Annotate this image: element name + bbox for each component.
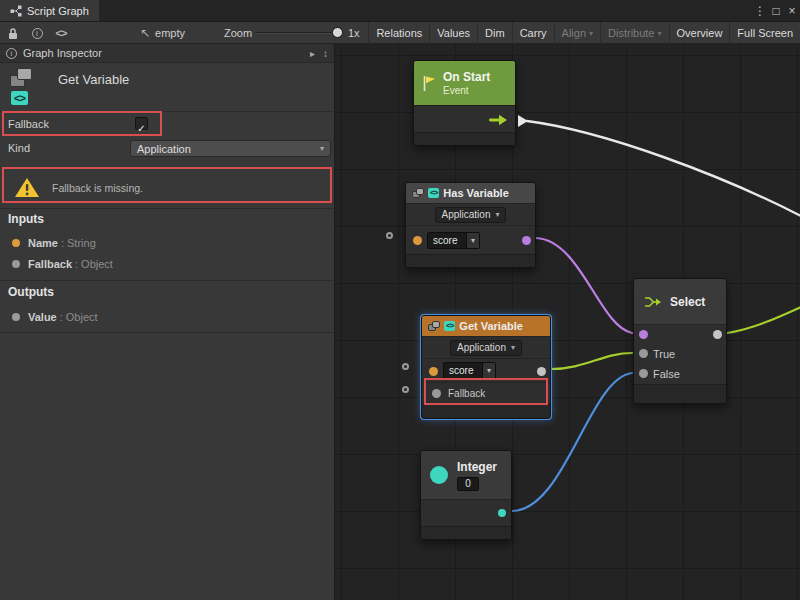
relations-button[interactable]: Relations <box>368 22 429 44</box>
kind-property-label: Kind <box>8 138 30 158</box>
fallback-checkbox[interactable]: ✓ <box>135 117 148 130</box>
chevron-down-icon: ▾ <box>511 343 515 352</box>
wire-select-out <box>727 307 800 333</box>
get-variable-fallback-port[interactable] <box>402 386 409 393</box>
flow-arrow-icon[interactable] <box>488 114 508 126</box>
node-title: Get Variable <box>459 320 523 332</box>
variable-name-field[interactable]: score ▾ <box>427 232 480 249</box>
lock-icon[interactable] <box>2 22 24 44</box>
code-view-icon[interactable]: <> <box>50 22 72 44</box>
warning-box: Fallback is missing. <box>6 171 328 204</box>
code-badge-icon: <> <box>11 91 28 105</box>
node-on-start[interactable]: On Start Event <box>413 60 516 146</box>
align-button[interactable]: Align▾ <box>554 22 600 44</box>
variables-icon <box>412 188 424 199</box>
code-badge-icon: <> <box>444 321 455 331</box>
connection-wires <box>335 44 800 600</box>
node-get-variable[interactable]: <> Get Variable Application ▾ score ▾ F <box>421 315 551 419</box>
zoom-label: Zoom <box>224 22 252 44</box>
kind-dropdown[interactable]: Application ▾ <box>450 340 522 356</box>
close-icon[interactable]: × <box>784 4 800 18</box>
dock-icon[interactable]: ▸ <box>310 48 315 59</box>
check-icon: ✓ <box>137 123 145 134</box>
carry-button[interactable]: Carry <box>512 22 554 44</box>
name-input-port[interactable] <box>429 367 438 376</box>
condition-input-port[interactable] <box>639 330 648 339</box>
select-icon <box>644 295 662 309</box>
graph-toolbar: i <> ↖ empty Zoom 1x Relations Values Di… <box>0 22 800 44</box>
node-select[interactable]: Select True False <box>633 278 727 404</box>
inspector-title: Graph Inspector <box>23 47 102 59</box>
zoom-value: 1x <box>348 22 360 44</box>
port-row-fallback: Fallback:Object <box>0 255 334 273</box>
string-port-icon <box>12 239 20 247</box>
maximize-icon[interactable]: □ <box>768 4 784 18</box>
false-port-label: False <box>653 364 680 384</box>
code-badge-icon: <> <box>428 188 439 198</box>
kind-property-row: Kind Application ▾ <box>0 138 334 158</box>
divider <box>0 280 334 281</box>
node-title: On Start <box>443 70 490 84</box>
unit-title: Get Variable <box>58 72 129 87</box>
unit-header: <> Get Variable <box>0 63 334 112</box>
pointer-arrow-icon: ↖ <box>140 26 150 40</box>
outputs-section-title: Outputs <box>8 285 54 299</box>
object-port-icon <box>12 260 20 268</box>
menu-icon[interactable]: ⋮ <box>752 4 768 18</box>
warning-icon <box>14 176 40 199</box>
window-tabbar: Script Graph ⋮ □ × <box>0 0 800 22</box>
true-input-port[interactable] <box>639 349 648 358</box>
wire-onstart-out <box>527 121 800 216</box>
distribute-button[interactable]: Distribute▾ <box>600 22 668 44</box>
name-input-port[interactable] <box>413 236 422 245</box>
fullscreen-button[interactable]: Full Screen <box>729 22 800 44</box>
port-row-name: Name:String <box>0 234 334 252</box>
flow-output-port[interactable] <box>518 115 528 127</box>
selection-output-port[interactable] <box>713 330 722 339</box>
node-integer[interactable]: Integer 0 <box>420 450 512 540</box>
divider <box>0 208 334 209</box>
chevron-down-icon: ▾ <box>320 139 324 159</box>
fallback-input-port[interactable] <box>432 389 441 398</box>
script-graph-icon <box>10 5 22 17</box>
window-controls: ⋮ □ × <box>752 0 800 21</box>
fallback-port-label: Fallback <box>448 383 485 404</box>
object-port-icon <box>12 313 20 321</box>
bool-output-port[interactable] <box>522 236 531 245</box>
variables-icon <box>10 68 36 88</box>
integer-type-icon <box>430 466 448 484</box>
graph-canvas[interactable]: On Start Event <> Has Variable <box>335 44 800 600</box>
tab-script-graph[interactable]: Script Graph <box>0 0 99 21</box>
empty-label: empty <box>155 27 185 39</box>
kind-dropdown-value: Application <box>137 139 191 159</box>
zoom-slider[interactable] <box>256 22 340 44</box>
inputs-section-title: Inputs <box>8 212 44 226</box>
chevron-down-icon: ▾ <box>482 363 495 378</box>
get-variable-name-port[interactable] <box>402 363 409 370</box>
integer-output-port[interactable] <box>498 509 506 517</box>
node-title: Has Variable <box>443 187 508 199</box>
chevron-down-icon: ▾ <box>466 233 479 248</box>
node-has-variable[interactable]: <> Has Variable Application ▾ score ▾ <box>405 182 536 268</box>
graph-pointer-status: ↖ empty <box>140 22 185 44</box>
true-port-label: True <box>653 344 675 364</box>
has-variable-name-port[interactable] <box>386 232 393 239</box>
variables-icon <box>428 321 440 332</box>
scroll-icon[interactable]: ↕ <box>323 48 328 59</box>
overview-button[interactable]: Overview <box>669 22 730 44</box>
fallback-property-label: Fallback <box>8 114 49 134</box>
node-subtitle: Event <box>443 85 490 96</box>
values-button[interactable]: Values <box>429 22 477 44</box>
tab-label: Script Graph <box>27 5 89 17</box>
chevron-down-icon: ▾ <box>495 210 499 219</box>
info-toggle-icon[interactable]: i <box>26 22 48 44</box>
dim-button[interactable]: Dim <box>477 22 512 44</box>
false-input-port[interactable] <box>639 369 648 378</box>
kind-dropdown[interactable]: Application ▾ <box>130 140 331 157</box>
variable-name-field[interactable]: score ▾ <box>443 362 496 379</box>
kind-dropdown[interactable]: Application ▾ <box>435 207 507 223</box>
value-output-port[interactable] <box>537 367 546 376</box>
graph-inspector-panel: i Graph Inspector ▸ ↕ <> Get Variable Fa… <box>0 44 335 600</box>
integer-value-field[interactable]: 0 <box>457 477 479 491</box>
zoom-knob[interactable] <box>332 27 343 38</box>
